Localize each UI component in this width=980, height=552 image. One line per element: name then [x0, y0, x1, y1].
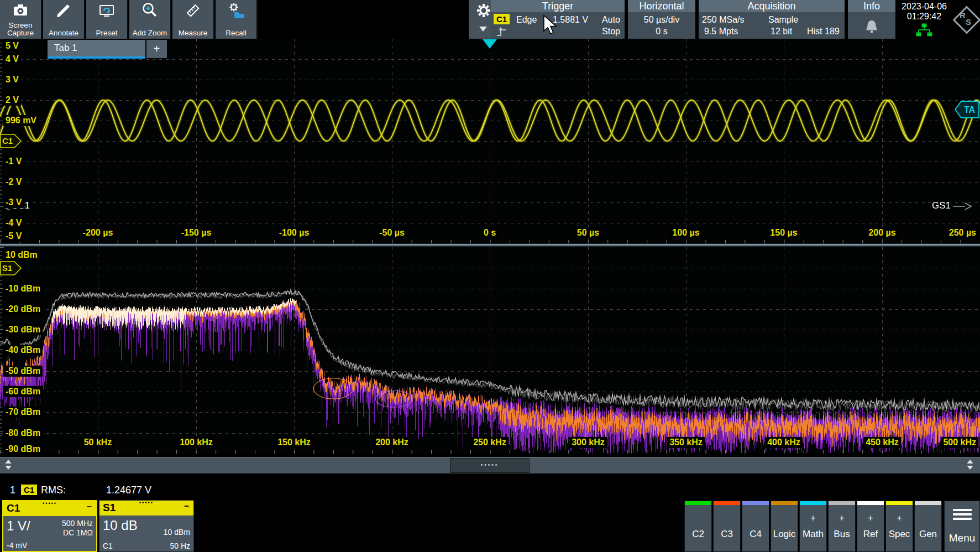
spectrum-y-label: -20 dBm: [3, 304, 43, 315]
horizontal-title: Horizontal: [628, 0, 695, 12]
oscilloscope-app: Screen CaptureAnnotatePresetAdd ZoomMeas…: [0, 0, 980, 552]
add-zoom-button[interactable]: Add Zoom: [129, 0, 171, 39]
add-c4-button[interactable]: C4: [742, 501, 769, 552]
preset-button[interactable]: Preset: [86, 0, 128, 39]
bottom-button-label: Gen: [915, 529, 941, 540]
measurement-index: 1: [10, 485, 15, 496]
badge-c1-name: C1: [7, 502, 20, 514]
add-logic-button[interactable]: Logic: [771, 501, 798, 552]
gate-arrow-icon: [953, 202, 973, 210]
scope-y-label: 5 V: [3, 40, 21, 51]
scope-x-label: 100 µs: [670, 227, 701, 238]
annotate-button[interactable]: Annotate: [43, 0, 85, 39]
scope-y-label: -5 V: [3, 231, 24, 242]
add-math-button[interactable]: +Math: [799, 501, 827, 552]
measurement-value: 1.24677 V: [106, 485, 151, 496]
badge-s1-header[interactable]: S1 ••••• –: [99, 501, 193, 515]
badge-c1-header[interactable]: C1 ••••• –: [3, 501, 96, 516]
add-bus-button[interactable]: +Bus: [828, 501, 856, 552]
add-ref-button[interactable]: +Ref: [857, 501, 884, 552]
badge-c1-minimize[interactable]: –: [87, 502, 92, 512]
channel-badge-c1[interactable]: C1 ••••• – 1 V/ 500 MHz DC 1MΩ -4 mV: [2, 500, 97, 552]
toolbar-button-label: Preset: [86, 29, 127, 37]
add-tab-button[interactable]: +: [146, 40, 167, 58]
menu-button[interactable]: Menu: [944, 501, 980, 552]
channel-color-stripe: [714, 501, 740, 505]
scope-y-label: 2 V: [3, 95, 21, 106]
spectrum-marker-s1[interactable]: S1: [0, 261, 22, 275]
sample-rate: 250 MSa/s: [702, 15, 744, 25]
scope-y-label: 3 V: [3, 74, 21, 85]
scroll-up-button[interactable]: [4, 459, 12, 470]
tab-tab1[interactable]: Tab 1: [48, 40, 145, 59]
gate-right-label: GS1: [932, 200, 951, 211]
preset-icon: [97, 1, 116, 22]
measure-button[interactable]: Measure: [172, 0, 214, 39]
recall-button[interactable]: Recall: [216, 0, 258, 39]
channel-color-stripe: [915, 501, 941, 505]
hamburger-icon: [945, 509, 979, 522]
badge-c1-bandwidth: 500 MHz: [62, 519, 93, 528]
spectrum-y-label: -80 dBm: [3, 428, 43, 439]
scope-x-label: -100 µs: [277, 227, 312, 238]
trigger-position-marker[interactable]: [483, 39, 497, 49]
channel-color-stripe: [886, 501, 913, 505]
lan-status-icon: [916, 23, 932, 40]
trigger-state: Stop: [602, 27, 620, 37]
horizontal-scrollbar[interactable]: •••••: [0, 457, 980, 473]
spectrum-badge-s1[interactable]: S1 ••••• – 10 dB 10 dBm C1 50 Hz: [99, 500, 194, 552]
channel-color-stripe: [742, 501, 769, 505]
measurement-row[interactable]: 1 C1 RMS: 1.24677 V: [0, 483, 497, 499]
badge-c1-grip: •••••: [43, 501, 57, 506]
toolbar-button-label: Add Zoom: [129, 29, 170, 37]
logo-letter-s: S: [966, 17, 971, 27]
toolbar-button-label: Recall: [216, 29, 256, 37]
trigger-source-badge[interactable]: C1: [494, 14, 510, 24]
scroll-down-button[interactable]: [966, 459, 974, 470]
tab-label: Tab 1: [54, 43, 77, 54]
spectrum-x-label: 250 kHz: [471, 437, 509, 448]
scope-y-label: -4 V: [3, 217, 24, 228]
clock[interactable]: 2023-04-06 01:29:42: [899, 0, 950, 39]
bottom-button-label: C3: [714, 529, 740, 540]
add-spec-button[interactable]: +Spec: [885, 501, 913, 552]
channel-marker-c1[interactable]: C1: [0, 134, 22, 148]
horizontal-scale: 50 µs/div: [628, 15, 695, 25]
bottom-button-label: Bus: [829, 529, 855, 540]
horizontal-panel[interactable]: Horizontal 50 µs/div 0 s: [628, 0, 695, 39]
add-gen-button[interactable]: Gen: [914, 501, 942, 552]
spectrum-y-label: -40 dBm: [3, 345, 43, 356]
add-c2-button[interactable]: C2: [684, 501, 712, 552]
graph-divider[interactable]: [0, 243, 980, 247]
acquisition-panel[interactable]: Acquisition 250 MSa/s Sample 9.5 Mpts 12…: [699, 0, 845, 39]
info-panel[interactable]: Info: [848, 0, 895, 39]
spectrum-graph[interactable]: [0, 247, 980, 454]
spectrum-x-label: 450 kHz: [863, 437, 901, 448]
badge-s1-ref-level: 10 dBm: [164, 528, 190, 537]
badge-s1-scale: 10 dB: [103, 518, 138, 533]
scope-y-label: 4 V: [3, 54, 21, 65]
spectrum-y-label: 10 dBm: [3, 249, 40, 261]
channel-color-stripe: [857, 501, 884, 505]
scope-y-label: -2 V: [3, 176, 24, 188]
menu-label: Menu: [945, 532, 979, 544]
bottom-button-label: Math: [800, 529, 826, 540]
screen-capture-button[interactable]: Screen Capture: [0, 0, 42, 39]
scope-x-label: 50 µs: [575, 227, 601, 238]
badge-s1-name: S1: [103, 502, 116, 514]
scope-y-label: 996 mV: [3, 115, 39, 126]
mouse-cursor: [543, 14, 558, 35]
gear-icon[interactable]: [474, 1, 493, 22]
expand-menu-button[interactable]: [479, 27, 487, 32]
badge-s1-rbw: 50 Hz: [170, 541, 190, 550]
trigger-badge-ta[interactable]: TA: [955, 101, 980, 118]
edge-slope-icon: [495, 25, 509, 40]
spectrum-x-label: 300 kHz: [569, 437, 607, 448]
history-count: Hist 189: [807, 27, 840, 37]
time-domain-graph[interactable]: [0, 39, 980, 243]
add-c3-button[interactable]: C3: [713, 501, 741, 552]
scope-y-label: -3 V: [3, 197, 24, 208]
channel-color-stripe: [829, 501, 855, 505]
badge-s1-minimize[interactable]: –: [184, 501, 189, 511]
scrollbar-handle[interactable]: •••••: [450, 458, 530, 473]
